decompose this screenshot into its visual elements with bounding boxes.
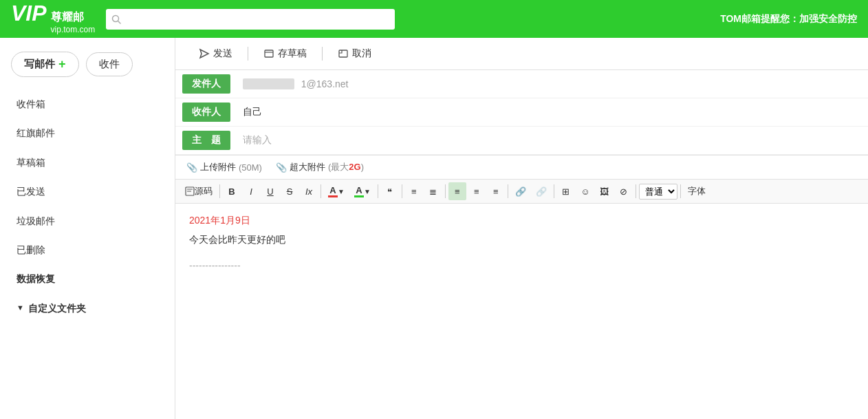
et-divider-8 [636, 184, 636, 198]
compose-fields: 发件人 1@163.net 收件人 自己 主 题 请输入 [175, 70, 868, 155]
upload-attach-button[interactable]: 📎 上传附件 (50M) [186, 161, 262, 173]
quote-button[interactable]: ❝ [381, 182, 399, 200]
attach-limit: (50M) [239, 162, 262, 173]
search-icon [111, 14, 121, 24]
paperclip-icon: 📎 [186, 162, 197, 173]
draft-icon [263, 48, 274, 59]
inbox-button[interactable]: 收件 [86, 52, 133, 76]
logo-vip: VIP [11, 2, 47, 24]
big-attach-label: 超大附件 [290, 161, 325, 173]
sidebar-nav: 收件箱 红旗邮件 草稿箱 已发送 垃圾邮件 已删除 数据恢复 ▼ 自定义文件 [0, 89, 175, 323]
notice-text: 加强安全防控 [799, 13, 857, 24]
big-attach-limit: (最大2G) [328, 161, 364, 173]
italic-button[interactable]: I [242, 182, 260, 200]
big-attach-button[interactable]: 📎 超大附件 (最大2G) [276, 161, 364, 173]
svg-line-1 [118, 21, 121, 23]
from-label: 发件人 [182, 74, 230, 94]
send-button[interactable]: 发送 [186, 43, 245, 64]
logo-subtitle: vip.tom.com [51, 25, 96, 36]
sidebar: 写邮件 + 收件 收件箱 红旗邮件 草稿箱 已发送 垃圾邮件 [0, 38, 175, 419]
svg-marker-2 [200, 50, 208, 58]
logo-right: 尊耀邮 vip.tom.com [51, 10, 96, 35]
editor-body-text: 今天会比昨天更好的吧 [189, 234, 854, 246]
unlink-button[interactable]: 🔗 [532, 182, 551, 200]
et-divider-1 [219, 184, 220, 198]
inbox-label: 收件 [99, 58, 120, 69]
sidebar-item-custom-folder[interactable]: ▼ 自定义文件夹 [0, 294, 175, 323]
image-button[interactable]: 🖼 [596, 182, 614, 200]
et-divider-5 [445, 184, 446, 198]
bg-color-bar [354, 195, 364, 197]
unordered-list-button[interactable]: ≡ [405, 182, 423, 200]
sidebar-item-redflag[interactable]: 红旗邮件 [0, 118, 175, 147]
link-button[interactable]: 🔗 [511, 182, 530, 200]
cancel-button[interactable]: 取消 [325, 43, 384, 64]
color-dropdown-icon: ▼ [338, 188, 345, 195]
special-char-button[interactable]: ⊘ [615, 182, 633, 200]
toolbar-divider-2 [322, 47, 323, 61]
subject-label: 主 题 [182, 131, 230, 150]
editor-date: 2021年1月9日 [189, 215, 854, 227]
sidebar-item-sent[interactable]: 已发送 [0, 177, 175, 206]
header-notice: TOM邮箱提醒您：加强安全防控 [720, 13, 857, 25]
to-value[interactable]: 自己 [237, 102, 868, 122]
et-divider-9 [680, 184, 681, 198]
align-center-button[interactable]: ≡ [448, 182, 466, 200]
paperclip-big-icon: 📎 [276, 162, 287, 173]
notice-prefix: TOM邮箱提醒您： [720, 13, 799, 24]
sidebar-item-deleted[interactable]: 已删除 [0, 235, 175, 264]
bg-color-button[interactable]: A ▼ [350, 182, 375, 200]
et-divider-3 [378, 184, 378, 198]
header: VIP 尊耀邮 vip.tom.com TOM邮箱提醒您：加强安全防控 [0, 0, 868, 38]
draft-button[interactable]: 存草稿 [251, 43, 319, 64]
et-divider-2 [321, 184, 321, 198]
editor-body[interactable]: 2021年1月9日 今天会比昨天更好的吧 ---------------- [175, 204, 868, 419]
clear-format-button[interactable]: Ix [300, 182, 318, 200]
attach-row: 📎 上传附件 (50M) 📎 超大附件 (最大2G) [175, 155, 868, 180]
svg-rect-3 [265, 50, 273, 57]
sidebar-item-recovery[interactable]: 数据恢复 [0, 264, 175, 293]
editor-toolbar: 源码 B I U S Ix A ▼ A ▼ [175, 180, 868, 204]
attach-label: 上传附件 [200, 161, 236, 173]
subject-row: 主 题 请输入 [175, 127, 868, 155]
source-button[interactable]: 源码 [181, 182, 217, 200]
editor-separator: ---------------- [189, 260, 854, 271]
subject-input[interactable]: 请输入 [237, 130, 868, 151]
toolbar-divider [248, 47, 248, 61]
emoji-button[interactable]: ☺ [576, 182, 594, 200]
logo-title: 尊耀邮 [51, 10, 96, 25]
layout: 写邮件 + 收件 收件箱 红旗邮件 草稿箱 已发送 垃圾邮件 [0, 38, 868, 419]
logo: VIP 尊耀邮 vip.tom.com [11, 2, 95, 35]
sidebar-item-spam[interactable]: 垃圾邮件 [0, 206, 175, 235]
strikethrough-button[interactable]: S [281, 182, 299, 200]
cancel-icon [338, 48, 349, 59]
compose-toolbar: 发送 存草稿 取消 [175, 38, 868, 70]
write-email-button[interactable]: 写邮件 + [11, 52, 79, 77]
to-label: 收件人 [182, 103, 230, 122]
send-icon [199, 48, 210, 59]
underline-button[interactable]: U [261, 182, 279, 200]
from-redacted [243, 78, 294, 89]
align-right-button[interactable]: ≡ [487, 182, 505, 200]
et-divider-7 [554, 184, 554, 198]
font-color-bar [328, 195, 338, 197]
search-input[interactable] [125, 14, 389, 24]
font-color-button[interactable]: A ▼ [324, 182, 349, 200]
font-select[interactable]: 字体 [684, 182, 710, 200]
sidebar-top-buttons: 写邮件 + 收件 [0, 45, 175, 84]
table-button[interactable]: ⊞ [557, 182, 575, 200]
main-compose: 发送 存草稿 取消 发件人 [175, 38, 868, 419]
ordered-list-button[interactable]: ≣ [424, 182, 442, 200]
write-label: 写邮件 [24, 58, 55, 71]
et-divider-4 [402, 184, 402, 198]
source-icon [185, 186, 195, 196]
style-select[interactable]: 普通 [639, 184, 677, 200]
align-left-button[interactable]: ≡ [468, 182, 486, 200]
bg-color-dropdown-icon: ▼ [364, 188, 371, 195]
sidebar-item-drafts[interactable]: 草稿箱 [0, 148, 175, 177]
bold-button[interactable]: B [223, 182, 241, 200]
from-row: 发件人 1@163.net [175, 70, 868, 98]
sidebar-item-inbox[interactable]: 收件箱 [0, 89, 175, 118]
et-divider-6 [508, 184, 508, 198]
search-box[interactable] [106, 9, 395, 30]
